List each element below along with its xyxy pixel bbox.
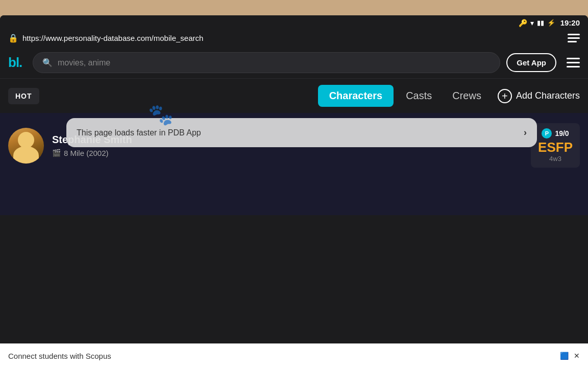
battery-icon: ⚡ <box>547 19 555 27</box>
add-circle-icon: + <box>498 89 512 103</box>
hot-badge: HOT <box>8 88 39 104</box>
lock-icon: 🔒 <box>8 33 18 43</box>
search-bar-container[interactable]: 🔍 movies, anime <box>33 52 500 73</box>
main-content: Stephanie Smith 🎬 8 Mile (2002) P 19/0 E… <box>0 113 588 215</box>
main-menu-button[interactable] <box>567 58 580 67</box>
search-row: bl. 🔍 movies, anime Get App <box>0 47 588 78</box>
tab-characters[interactable]: Characters <box>318 85 394 107</box>
ad-icons: 🟦 ✕ <box>560 352 580 360</box>
mbti-type: ESFP <box>538 141 573 154</box>
wifi-icon: ▾ <box>530 19 534 27</box>
address-bar[interactable]: https://www.personality-database.com/mob… <box>22 34 561 42</box>
status-time: 19:20 <box>560 18 580 27</box>
search-placeholder: movies, anime <box>58 58 110 67</box>
status-bar: 🔑 ▾ ▮▮ ⚡ 19:20 <box>0 15 588 29</box>
app-banner-text: This page loads faster in PDB App <box>77 128 201 137</box>
paw-icon: 🐾 <box>148 103 174 127</box>
search-icon: 🔍 <box>42 58 53 67</box>
mbti-badge[interactable]: P 19/0 ESFP 4w3 <box>531 123 580 168</box>
character-avatar <box>8 128 44 164</box>
character-movie: 🎬 8 Mile (2002) <box>52 149 523 157</box>
tab-row: HOT Characters Casts Crews + Add Charact… <box>0 79 588 113</box>
address-bar-row: 🔒 https://www.personality-database.com/m… <box>0 29 588 47</box>
mbti-score-row: P 19/0 <box>542 128 569 139</box>
ad-text: Connect students with Scopus <box>8 352 111 360</box>
browser-menu-button[interactable] <box>568 34 580 42</box>
ad-icon-1: 🟦 <box>560 352 569 360</box>
app-banner-arrow: › <box>524 127 527 138</box>
tab-casts[interactable]: Casts <box>398 85 440 107</box>
movie-icon: 🎬 <box>52 149 61 157</box>
status-icons: 🔑 ▾ ▮▮ ⚡ 19:20 <box>519 18 580 27</box>
mbti-icon: P <box>542 128 552 139</box>
mbti-enneagram: 4w3 <box>549 155 561 163</box>
screen: 🔑 ▾ ▮▮ ⚡ 19:20 🔒 https://www.personality… <box>0 15 588 368</box>
key-icon: 🔑 <box>519 19 527 27</box>
ad-bar: Connect students with Scopus 🟦 ✕ <box>0 343 588 368</box>
mbti-score: 19/0 <box>555 129 569 137</box>
app-logo[interactable]: bl. <box>8 55 27 71</box>
tab-crews[interactable]: Crews <box>444 85 489 107</box>
app-banner[interactable]: 🐾 This page loads faster in PDB App › <box>66 118 537 147</box>
get-app-button[interactable]: Get App <box>506 53 556 72</box>
add-characters-button[interactable]: + Add Characters <box>498 89 580 103</box>
ad-icon-2: ✕ <box>574 352 580 360</box>
signal-icon: ▮▮ <box>537 19 544 27</box>
